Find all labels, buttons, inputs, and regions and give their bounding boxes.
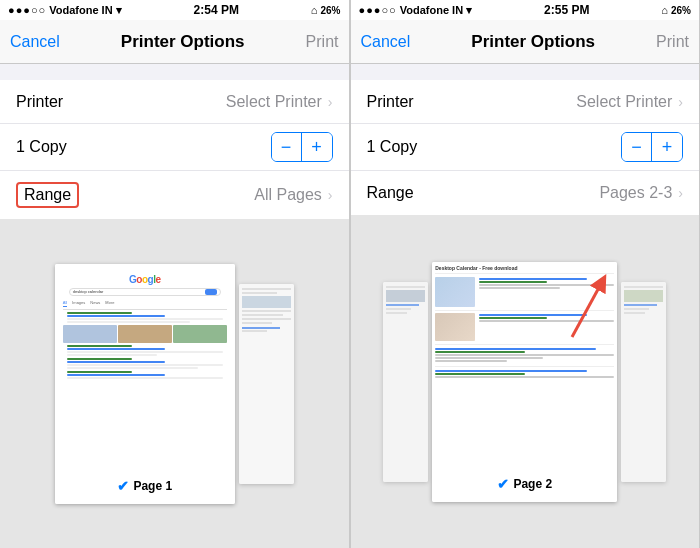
copy-row-left: 1 Copy − + bbox=[0, 124, 349, 171]
nav-bar-right: Cancel Printer Options Print bbox=[351, 20, 700, 64]
printer-value-left: Select Printer › bbox=[226, 93, 333, 111]
panel-right: ●●●○○ Vodafone IN ▾ 2:55 PM ⌂ 26% Cancel… bbox=[351, 0, 701, 548]
printer-label-left: Printer bbox=[16, 93, 63, 111]
side-page-content bbox=[239, 284, 294, 484]
panel-left: ●●●○○ Vodafone IN ▾ 2:54 PM ⌂ 26% Cancel… bbox=[0, 0, 350, 548]
battery-left: 26% bbox=[320, 5, 340, 16]
minus-button-left[interactable]: − bbox=[272, 133, 302, 161]
stepper-left[interactable]: − + bbox=[271, 132, 333, 162]
page-thumb-2[interactable]: Desktop Calendar - Free download bbox=[432, 262, 617, 502]
page-thumb-side-left bbox=[239, 284, 294, 484]
result-block-2 bbox=[63, 345, 227, 356]
status-bar-right: ●●●○○ Vodafone IN ▾ 2:55 PM ⌂ 26% bbox=[351, 0, 700, 20]
result-line-7 bbox=[67, 351, 223, 353]
cal-text-lines-3 bbox=[435, 347, 614, 363]
tab-mock: All bbox=[63, 300, 67, 307]
search-bar-text: desktop calendar bbox=[73, 289, 203, 294]
page-label-2: ✔ Page 2 bbox=[432, 476, 617, 492]
status-bar-left: ●●●○○ Vodafone IN ▾ 2:54 PM ⌂ 26% bbox=[0, 0, 349, 20]
plus-button-right[interactable]: + bbox=[652, 133, 682, 161]
status-left: ●●●○○ Vodafone IN ▾ bbox=[8, 4, 122, 17]
range-chevron-right: › bbox=[678, 185, 683, 201]
cancel-button-right[interactable]: Cancel bbox=[361, 33, 411, 51]
search-btn-mock bbox=[205, 289, 217, 295]
signal-icon-right: ●●●○○ bbox=[359, 4, 397, 16]
settings-section-left: Printer Select Printer › 1 Copy − + Rang… bbox=[0, 80, 349, 219]
result-line-12 bbox=[67, 367, 198, 369]
cal-img-2 bbox=[435, 313, 475, 341]
range-row-right[interactable]: Range Pages 2-3 › bbox=[351, 171, 700, 215]
range-label-right: Range bbox=[367, 184, 414, 202]
google-page-mock: Google desktop calendar All Images News … bbox=[55, 264, 235, 504]
print-button-right[interactable]: Print bbox=[656, 33, 689, 51]
wifi-icon: ▾ bbox=[116, 4, 122, 17]
plus-button-left[interactable]: + bbox=[302, 133, 332, 161]
page-text-2: Page 2 bbox=[513, 477, 552, 491]
copy-row-right: 1 Copy − + bbox=[351, 124, 700, 171]
result-line-5 bbox=[67, 345, 133, 347]
page-check-1: ✔ bbox=[117, 478, 129, 494]
result-line-1 bbox=[67, 312, 133, 314]
svg-line-1 bbox=[572, 282, 602, 337]
google-logo: Google bbox=[59, 274, 231, 285]
printer-row-right[interactable]: Printer Select Printer › bbox=[351, 80, 700, 124]
result-line-11 bbox=[67, 364, 223, 366]
result-line-13 bbox=[67, 371, 133, 373]
page-thumb-side-right-right bbox=[621, 282, 666, 482]
preview-area-left: Google desktop calendar All Images News … bbox=[0, 219, 349, 548]
minus-button-right[interactable]: − bbox=[622, 133, 652, 161]
result-line-10 bbox=[67, 361, 165, 363]
status-right-left: ⌂ 26% bbox=[311, 4, 341, 16]
range-value-left: All Pages › bbox=[254, 186, 332, 204]
result-line-6 bbox=[67, 348, 165, 350]
page-thumb-side-right-left bbox=[383, 282, 428, 482]
side-right-content bbox=[621, 282, 666, 482]
battery-right: 26% bbox=[671, 5, 691, 16]
cal-item-3 bbox=[435, 347, 614, 363]
printer-chevron-right: › bbox=[678, 94, 683, 110]
time-left: 2:54 PM bbox=[194, 3, 239, 17]
result-images bbox=[63, 325, 227, 343]
page-check-2: ✔ bbox=[497, 476, 509, 492]
copy-label-left: 1 Copy bbox=[16, 138, 67, 156]
printer-chevron-left: › bbox=[328, 94, 333, 110]
page-text-1: Page 1 bbox=[133, 479, 172, 493]
printer-label-right: Printer bbox=[367, 93, 414, 111]
tab-bar-mock: All Images News More bbox=[63, 300, 227, 310]
tab-mock3: News bbox=[90, 300, 100, 307]
print-button-left[interactable]: Print bbox=[306, 33, 339, 51]
settings-section-right: Printer Select Printer › 1 Copy − + Rang… bbox=[351, 80, 700, 215]
preview-area-right: Desktop Calendar - Free download bbox=[351, 215, 700, 548]
result-block-4 bbox=[63, 371, 227, 379]
printer-value-right: Select Printer › bbox=[576, 93, 683, 111]
result-line-15 bbox=[67, 377, 223, 379]
tab-mock2: Images bbox=[72, 300, 85, 307]
cal-item-4 bbox=[435, 369, 614, 379]
result-line-3 bbox=[67, 318, 223, 320]
page-thumb-1[interactable]: Google desktop calendar All Images News … bbox=[55, 264, 235, 504]
range-value-right: Pages 2-3 › bbox=[599, 184, 683, 202]
nav-bar-left: Cancel Printer Options Print bbox=[0, 20, 349, 64]
range-row-left[interactable]: Range All Pages › bbox=[0, 171, 349, 219]
side-left-content bbox=[383, 282, 428, 482]
result-line-9 bbox=[67, 358, 133, 360]
copy-label-right: 1 Copy bbox=[367, 138, 418, 156]
signal-icon: ●●●○○ bbox=[8, 4, 46, 16]
result-line-4 bbox=[67, 321, 190, 323]
page-label-1: ✔ Page 1 bbox=[55, 478, 235, 494]
result-line-14 bbox=[67, 374, 165, 376]
result-img-1 bbox=[63, 325, 117, 343]
range-chevron-left: › bbox=[328, 187, 333, 203]
arrow-overlay bbox=[557, 272, 612, 342]
result-block-3 bbox=[63, 358, 227, 369]
bluetooth-icon: ⌂ bbox=[311, 4, 318, 16]
tab-mock4: More bbox=[105, 300, 114, 307]
cancel-button-left[interactable]: Cancel bbox=[10, 33, 60, 51]
stepper-right[interactable]: − + bbox=[621, 132, 683, 162]
printer-row-left[interactable]: Printer Select Printer › bbox=[0, 80, 349, 124]
page-title-right: Printer Options bbox=[471, 32, 595, 52]
wifi-icon-right: ▾ bbox=[466, 4, 472, 17]
result-img-2 bbox=[118, 325, 172, 343]
cal-text-lines-4 bbox=[435, 369, 614, 379]
range-label-left: Range bbox=[16, 182, 79, 208]
